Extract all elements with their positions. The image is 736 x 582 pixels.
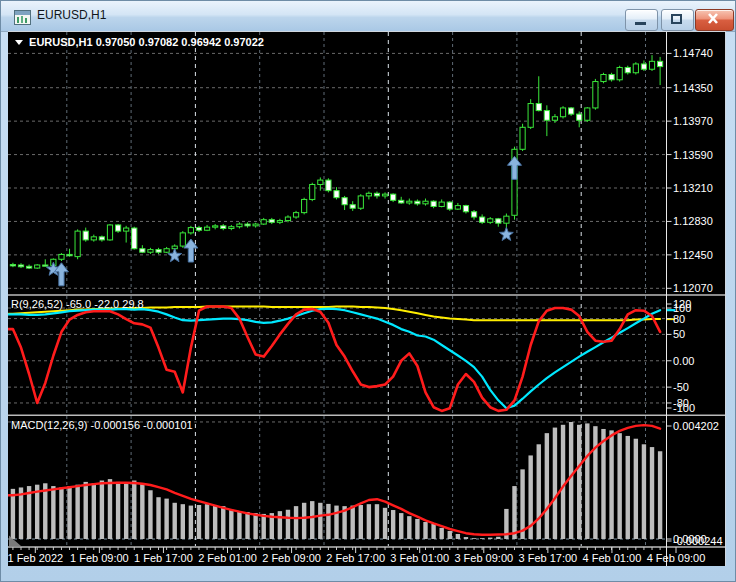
candle-body [310,184,315,199]
wpr-label: R(9,26,52) -65.0 -22.0 29.8 [11,298,144,310]
panel-separator[interactable] [8,415,725,416]
candle-body [560,108,565,117]
candle-body [366,193,371,196]
time-label[interactable]: 2 Feb 01:00 [198,552,257,564]
time-label[interactable]: 1 Feb 2022 [8,552,63,564]
macd-histogram-bar [626,436,630,539]
candle-body [463,206,468,212]
macd-histogram-bar [545,433,549,539]
candle-body [625,67,630,72]
candle-body [91,237,96,240]
close-button[interactable] [695,9,734,31]
price-label: 1.13590 [673,149,713,161]
candle-body [577,114,582,120]
macd-histogram-bar [302,503,306,539]
macd-histogram-bar [205,504,209,539]
candle-body [229,227,234,229]
macd-histogram-bar [84,482,88,539]
candle-body [261,220,266,224]
title-bar[interactable]: EURUSD,H1 [1,1,735,32]
candle-body [99,237,104,240]
restore-button[interactable] [661,9,694,31]
candle-body [132,228,137,249]
macd-histogram-bar [634,439,638,539]
macd-histogram-bar [569,422,573,539]
macd-histogram-bar [334,506,338,539]
info-symbol: EURUSD,H1 [29,36,93,48]
time-label[interactable]: 3 Feb 01:00 [390,552,449,564]
chart-window: EURUSD,H1 1.147401.143501.139701.135901.… [0,0,736,582]
macd-histogram-bar [124,483,128,539]
info-low: 0.96942 [181,36,221,48]
candle-body [601,75,606,82]
macd-histogram-bar [488,538,492,539]
candle-body [455,206,460,210]
wpr-red-line [9,307,661,411]
macd-histogram-bar [609,430,613,539]
candle-body [593,82,598,108]
candle-body [528,104,533,128]
macd-histogram-bar [585,423,589,539]
collapse-triangle-icon[interactable] [15,39,24,46]
macd-histogram-bar [278,511,282,539]
candle-body [148,250,153,253]
macd-histogram-bar [350,506,354,539]
candle-body [480,217,485,222]
macd-histogram-bar [642,444,646,539]
macd-histogram-bar [221,506,225,539]
candle-body [391,194,396,200]
candle-body [26,266,31,268]
candle-body [488,219,493,223]
time-label[interactable]: 4 Feb 01:00 [583,552,642,564]
candle-body [10,265,15,266]
panel-separator[interactable] [8,546,725,547]
candle-body [641,64,646,69]
candle-body [407,201,412,203]
macd-histogram-bar [164,499,168,539]
macd-histogram-bar [67,486,71,539]
candle-body [196,228,201,231]
panel-separator[interactable] [8,294,725,295]
macd-histogram-bar [310,501,314,539]
price-label: 1.14350 [673,82,713,94]
macd-histogram-bar [51,486,55,539]
candle-body [358,196,363,208]
window-title: EURUSD,H1 [37,8,106,22]
time-label[interactable]: 3 Feb 09:00 [454,552,513,564]
macd-histogram-bar [480,538,484,539]
time-label[interactable]: 3 Feb 17:00 [519,552,578,564]
candle-body [552,117,557,121]
macd-histogram-bar [213,506,217,539]
candle-body [496,219,501,223]
candle-body [415,201,420,204]
candle-body [204,227,209,230]
minimize-button[interactable] [625,9,658,31]
info-high: 0.97082 [139,36,179,48]
candle-body [302,199,307,212]
time-label[interactable]: 1 Feb 17:00 [134,552,193,564]
info-open: 0.97050 [96,36,136,48]
candle-body [544,111,549,121]
time-label[interactable]: 4 Feb 09:00 [647,552,706,564]
time-label[interactable]: 2 Feb 09:00 [262,552,321,564]
macd-histogram-bar [189,506,193,539]
wpr-cyan-line [9,309,661,409]
candle-body [269,220,274,223]
macd-histogram-bar [561,425,565,539]
time-label[interactable]: 2 Feb 17:00 [326,552,385,564]
macd-histogram-bar [75,485,79,539]
candle-body [59,254,64,259]
macd-scale-label: 0.004202 [673,420,719,432]
candle-body [107,225,112,240]
price-label: 1.14740 [673,47,713,59]
candle-body [350,205,355,209]
macd-histogram-bar [148,490,152,539]
macd-histogram-bar [537,444,541,539]
macd-histogram-bar [173,503,177,539]
macd-histogram-bar [650,447,654,539]
wpr-scale-label: -50 [673,381,689,393]
chart-client-area[interactable]: 1.147401.143501.139701.135901.132101.128… [8,32,726,566]
macd-histogram-bar [132,481,136,539]
macd-histogram-bar [375,504,379,539]
time-label[interactable]: 1 Feb 09:00 [70,552,129,564]
